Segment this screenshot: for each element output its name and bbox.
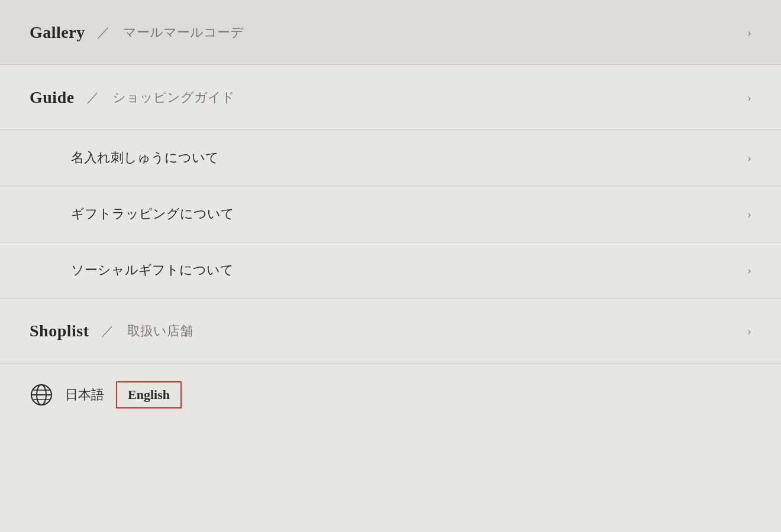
- embroidery-content: 名入れ刺しゅうについて: [71, 149, 219, 167]
- language-section: 日本語 English: [0, 364, 781, 426]
- menu-item-gallery[interactable]: Gallery ／ マールマールコーデ ›: [0, 0, 781, 65]
- menu-item-social-gift[interactable]: ソーシャルギフトについて ›: [0, 242, 781, 299]
- globe-icon: [30, 383, 53, 407]
- embroidery-chevron: ›: [747, 150, 751, 166]
- shoplist-chevron: ›: [747, 323, 751, 339]
- menu-item-shoplist[interactable]: Shoplist ／ 取扱い店舗 ›: [0, 299, 781, 364]
- menu-item-gift-wrapping[interactable]: ギフトラッピングについて ›: [0, 186, 781, 242]
- gallery-title: Gallery: [30, 23, 85, 42]
- shoplist-content: Shoplist ／ 取扱い店舗: [30, 322, 193, 340]
- embroidery-title: 名入れ刺しゅうについて: [71, 149, 219, 167]
- menu-item-guide[interactable]: Guide ／ ショッピングガイド ›: [0, 65, 781, 130]
- menu-container: Gallery ／ マールマールコーデ › Guide ／ ショッピングガイド …: [0, 0, 781, 532]
- gift-wrapping-chevron: ›: [747, 206, 751, 222]
- shoplist-subtitle: ／ 取扱い店舗: [101, 322, 193, 340]
- gift-wrapping-content: ギフトラッピングについて: [71, 205, 234, 223]
- shoplist-title: Shoplist: [30, 322, 89, 340]
- gallery-content: Gallery ／ マールマールコーデ: [30, 23, 244, 42]
- social-gift-title: ソーシャルギフトについて: [71, 261, 234, 279]
- gallery-subtitle: ／ マールマールコーデ: [97, 24, 244, 41]
- menu-item-embroidery[interactable]: 名入れ刺しゅうについて ›: [0, 130, 781, 186]
- gallery-chevron: ›: [747, 25, 751, 40]
- social-gift-content: ソーシャルギフトについて: [71, 261, 234, 279]
- guide-subtitle: ／ ショッピングガイド: [86, 89, 235, 106]
- japanese-language-button[interactable]: 日本語: [65, 386, 104, 404]
- english-language-button[interactable]: English: [116, 381, 182, 408]
- guide-chevron: ›: [747, 90, 751, 105]
- social-gift-chevron: ›: [747, 262, 751, 278]
- guide-content: Guide ／ ショッピングガイド: [30, 88, 235, 107]
- gift-wrapping-title: ギフトラッピングについて: [71, 205, 234, 223]
- guide-title: Guide: [30, 88, 75, 107]
